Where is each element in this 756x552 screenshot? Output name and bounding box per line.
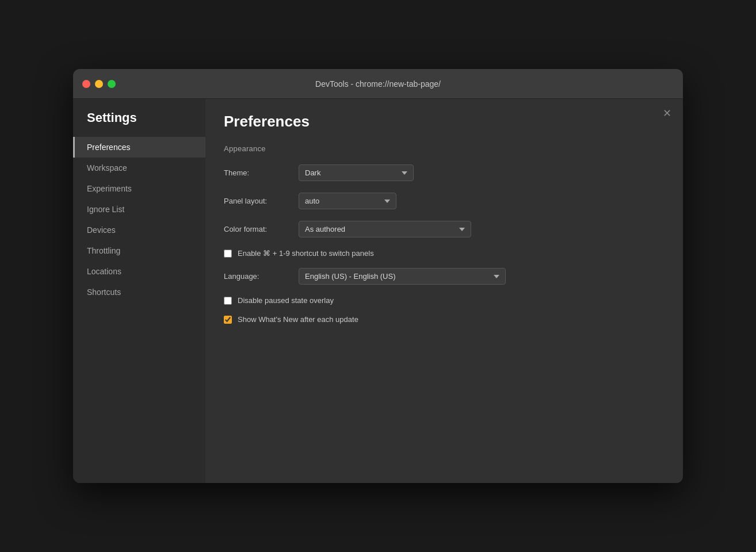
color-format-label: Color format: — [224, 225, 299, 233]
sidebar-item-devices[interactable]: Devices — [73, 220, 205, 240]
panel-layout-select[interactable]: auto horizontal vertical — [299, 193, 396, 209]
panel-layout-label: Panel layout: — [224, 197, 299, 205]
window-title: DevTools - chrome://new-tab-page/ — [315, 79, 441, 89]
settings-close-button[interactable]: ✕ — [663, 108, 671, 118]
theme-select[interactable]: Default Dark Light — [299, 164, 414, 181]
settings-content: ✕ Preferences Appearance Theme: Default … — [205, 99, 683, 483]
theme-row: Theme: Default Dark Light — [224, 164, 665, 181]
main-content: Settings Preferences Workspace Experimen… — [73, 99, 683, 483]
sidebar-item-locations[interactable]: Locations — [73, 261, 205, 282]
content-scroll-area: Appearance Theme: Default Dark Light Pan… — [205, 142, 683, 483]
shortcut-checkbox[interactable] — [224, 250, 232, 258]
whats-new-row: Show What's New after each update — [224, 315, 665, 324]
maximize-button[interactable] — [108, 80, 116, 88]
whats-new-label[interactable]: Show What's New after each update — [238, 315, 358, 324]
devtools-window: DevTools - chrome://new-tab-page/ Settin… — [73, 69, 683, 483]
language-select[interactable]: English (US) - English (US) System defau… — [299, 268, 506, 285]
whats-new-checkbox[interactable] — [224, 316, 232, 324]
close-button[interactable] — [82, 80, 90, 88]
appearance-section-heading: Appearance — [224, 142, 665, 153]
sidebar-item-throttling[interactable]: Throttling — [73, 240, 205, 261]
titlebar: DevTools - chrome://new-tab-page/ — [73, 69, 683, 99]
color-format-row: Color format: As authored hex rgb hsl — [224, 221, 665, 237]
minimize-button[interactable] — [95, 80, 103, 88]
sidebar-item-workspace[interactable]: Workspace — [73, 158, 205, 178]
disable-paused-label[interactable]: Disable paused state overlay — [238, 296, 334, 305]
content-title: Preferences — [224, 113, 665, 131]
disable-paused-row: Disable paused state overlay — [224, 296, 665, 305]
sidebar: Settings Preferences Workspace Experimen… — [73, 99, 205, 483]
sidebar-item-ignore-list[interactable]: Ignore List — [73, 199, 205, 220]
language-row: Language: English (US) - English (US) Sy… — [224, 268, 665, 285]
disable-paused-checkbox[interactable] — [224, 297, 232, 305]
sidebar-item-preferences[interactable]: Preferences — [73, 137, 205, 158]
traffic-lights — [82, 80, 116, 88]
theme-label: Theme: — [224, 168, 299, 177]
sidebar-item-shortcuts[interactable]: Shortcuts — [73, 282, 205, 302]
shortcut-checkbox-label[interactable]: Enable ⌘ + 1-9 shortcut to switch panels — [238, 249, 374, 258]
panel-layout-row: Panel layout: auto horizontal vertical — [224, 193, 665, 209]
sidebar-item-experiments[interactable]: Experiments — [73, 178, 205, 199]
shortcut-checkbox-row: Enable ⌘ + 1-9 shortcut to switch panels — [224, 249, 665, 258]
content-header: Preferences — [205, 99, 683, 142]
language-label: Language: — [224, 272, 299, 281]
color-format-select[interactable]: As authored hex rgb hsl — [299, 221, 471, 237]
sidebar-heading: Settings — [73, 110, 205, 137]
